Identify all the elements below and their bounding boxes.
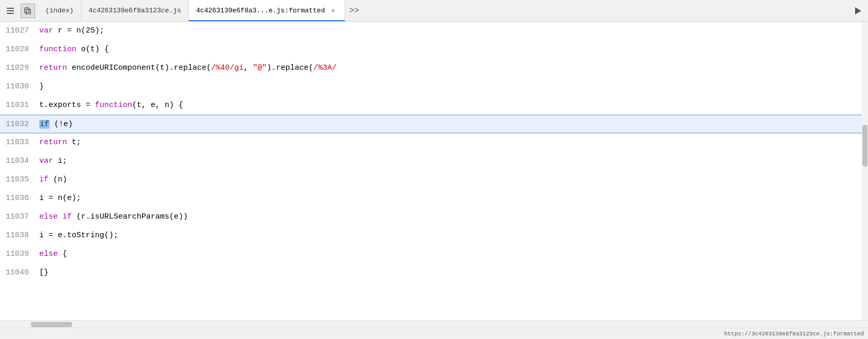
svg-rect-0 xyxy=(25,8,29,13)
line-number: 11040 xyxy=(0,264,37,282)
code-line-11029: 11029 return encodeURIComponent(t).repla… xyxy=(0,59,862,78)
line-code: } xyxy=(37,78,44,96)
line-code: if (n) xyxy=(37,171,67,189)
run-icon[interactable] xyxy=(849,3,866,19)
h-scrollbar-thumb[interactable] xyxy=(31,322,72,327)
files-panel-icon[interactable] xyxy=(21,4,35,18)
line-number: 11037 xyxy=(0,208,37,226)
code-line-11031: 11031 t.exports = function(t, e, n) { xyxy=(0,96,862,115)
code-line-11036: 11036 i = n(e); xyxy=(0,189,862,208)
line-number: 11027 xyxy=(0,22,37,40)
code-line-11038: 11038 i = e.toString(); xyxy=(0,226,862,245)
line-code: return t; xyxy=(37,133,81,152)
line-code: var i; xyxy=(37,152,67,171)
code-line-11040: 11040 [} xyxy=(0,264,862,282)
line-number: 11033 xyxy=(0,133,37,152)
code-line-11030: 11030 } xyxy=(0,78,862,96)
code-line-11039: 11039 else { xyxy=(0,245,862,264)
tab-js-formatted[interactable]: 4c4263139e6f8a3...e.js:formatted ✕ xyxy=(189,0,345,21)
tab-label: 4c4263139e6f8a3...e.js:formatted xyxy=(196,7,325,14)
code-line-11028: 11028 function o(t) { xyxy=(0,40,862,59)
code-line-11037: 11037 else if (r.isURLSearchParams(e)) xyxy=(0,208,862,226)
svg-rect-1 xyxy=(26,9,30,14)
line-code: return encodeURIComponent(t).replace(/%4… xyxy=(37,59,336,78)
tab-label: (index) xyxy=(45,7,74,14)
code-line-11033: 11033 return t; xyxy=(0,133,862,152)
tab-label: 4c4263139e6f8a3123ce.js xyxy=(89,7,181,14)
code-line-11034: 11034 var i; xyxy=(0,152,862,171)
line-number: 11028 xyxy=(0,40,37,59)
line-code: function o(t) { xyxy=(37,40,109,59)
menu-icon[interactable] xyxy=(2,3,19,19)
status-bar: https://3c4263139e6f8a3123ce.js:formatte… xyxy=(0,328,868,339)
line-number: 11036 xyxy=(0,189,37,208)
code-editor: 11027 var r = n(25); 11028 function o(t)… xyxy=(0,22,868,320)
line-code: i = n(e); xyxy=(37,189,81,208)
line-number: 11031 xyxy=(0,96,37,115)
tab-index[interactable]: (index) xyxy=(38,0,82,21)
horizontal-scrollbar[interactable] xyxy=(0,320,868,328)
line-number: 11039 xyxy=(0,245,37,264)
overflow-label: >> xyxy=(349,6,359,16)
line-number: 11035 xyxy=(0,171,37,189)
line-code: i = e.toString(); xyxy=(37,226,118,245)
tab-close-button[interactable]: ✕ xyxy=(329,7,337,15)
line-code: var r = n(25); xyxy=(37,22,104,40)
line-code: [} xyxy=(37,264,49,282)
line-code: if (!e) xyxy=(37,115,73,133)
code-line-11027: 11027 var r = n(25); xyxy=(0,22,862,40)
vertical-scrollbar[interactable] xyxy=(862,22,868,320)
code-line-11035: 11035 if (n) xyxy=(0,171,862,189)
tab-overflow-button[interactable]: >> xyxy=(345,0,363,21)
line-number: 11038 xyxy=(0,226,37,245)
status-url: https://3c4263139e6f8a3123ce.js:formatte… xyxy=(724,331,864,337)
line-number: 11030 xyxy=(0,78,37,96)
line-code: t.exports = function(t, e, n) { xyxy=(37,96,183,115)
svg-marker-2 xyxy=(855,7,861,14)
code-line-11032: 11032 if (!e) xyxy=(0,115,862,133)
tab-bar: (index) 4c4263139e6f8a3123ce.js 4c426313… xyxy=(0,0,868,22)
line-code: else if (r.isURLSearchParams(e)) xyxy=(37,208,188,226)
line-number: 11032 xyxy=(0,115,37,133)
line-number: 11034 xyxy=(0,152,37,171)
scrollbar-thumb[interactable] xyxy=(862,125,867,166)
line-number: 11029 xyxy=(0,59,37,78)
tab-js-minified[interactable]: 4c4263139e6f8a3123ce.js xyxy=(82,0,189,21)
line-code: else { xyxy=(37,245,67,264)
